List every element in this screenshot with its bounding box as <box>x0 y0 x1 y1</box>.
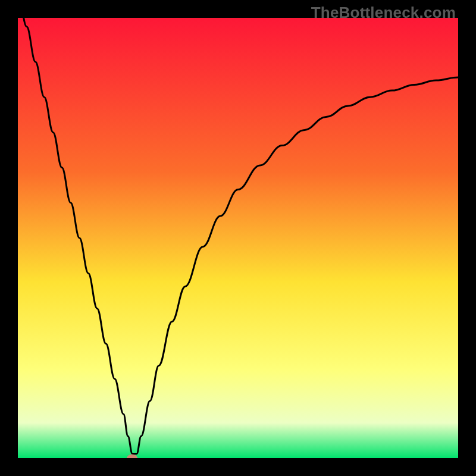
chart-svg <box>18 18 458 458</box>
watermark-text: TheBottleneck.com <box>311 4 456 22</box>
gradient-background <box>18 18 458 458</box>
bottleneck-curve <box>18 18 458 454</box>
minimum-marker <box>127 455 137 459</box>
chart-frame: TheBottleneck.com <box>0 0 476 476</box>
plot-area <box>18 18 458 458</box>
